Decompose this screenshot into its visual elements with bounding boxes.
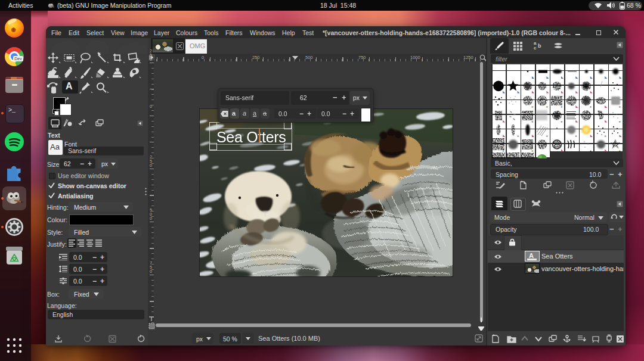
svg-text:+: + bbox=[590, 149, 592, 153]
svg-text:+: + bbox=[546, 105, 549, 108]
svg-text:+: + bbox=[619, 105, 621, 108]
svg-text:+: + bbox=[619, 149, 621, 153]
svg-text:+: + bbox=[604, 134, 606, 138]
svg-text:+: + bbox=[546, 134, 549, 138]
svg-text:+: + bbox=[561, 120, 563, 123]
svg-text:+: + bbox=[531, 149, 534, 153]
svg-text:+: + bbox=[590, 105, 592, 108]
svg-text:+: + bbox=[531, 120, 534, 123]
svg-text:+: + bbox=[531, 105, 534, 108]
svg-text:+: + bbox=[575, 134, 577, 138]
svg-text:+: + bbox=[502, 149, 504, 153]
svg-text:+: + bbox=[561, 105, 563, 108]
svg-text:+: + bbox=[517, 134, 519, 138]
svg-text:+: + bbox=[619, 120, 621, 123]
